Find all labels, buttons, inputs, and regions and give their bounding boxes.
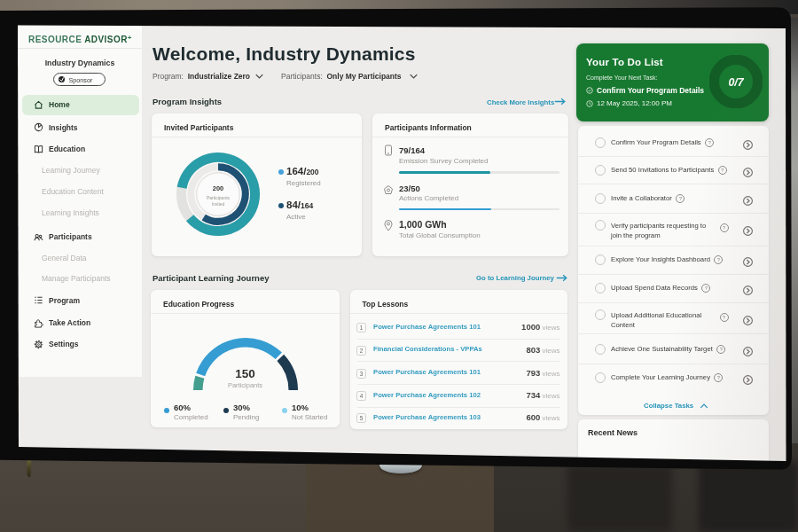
svg-text:0/7: 0/7 bbox=[728, 75, 744, 88]
svg-text:200: 200 bbox=[213, 184, 223, 192]
svg-text:Participants: Participants bbox=[207, 195, 231, 200]
svg-text:Invited: Invited bbox=[212, 201, 225, 207]
